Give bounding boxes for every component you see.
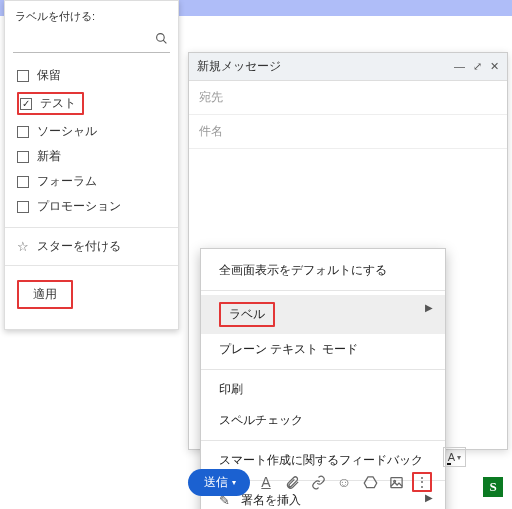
label-item-text: プロモーション — [37, 198, 121, 215]
menu-fullscreen-default[interactable]: 全画面表示をデフォルトにする — [201, 255, 445, 286]
menu-label-text: ラベル — [219, 302, 275, 327]
subject-field[interactable]: 件名 — [189, 115, 507, 149]
label-dropdown: ラベルを付ける: 保留 テスト ソーシャル 新着 フォーラム プロモーション ☆… — [4, 0, 179, 330]
image-icon[interactable] — [386, 472, 406, 492]
label-item-text: ソーシャル — [37, 123, 97, 140]
star-icon: ☆ — [17, 239, 29, 254]
formatting-icon[interactable]: A — [256, 472, 276, 492]
checkbox-icon[interactable] — [17, 176, 29, 188]
close-icon[interactable]: ✕ — [490, 60, 499, 73]
label-search[interactable] — [13, 30, 170, 53]
search-icon — [155, 32, 168, 48]
svg-point-0 — [157, 34, 165, 42]
compose-header: 新規メッセージ — ⤢ ✕ — [189, 53, 507, 81]
svg-rect-2 — [390, 477, 401, 487]
attach-icon[interactable] — [282, 472, 302, 492]
label-item-forums[interactable]: フォーラム — [5, 169, 178, 194]
label-item-text: テスト — [40, 95, 76, 112]
menu-label[interactable]: ラベル ▶ — [201, 295, 445, 334]
to-field[interactable]: 宛先 — [189, 81, 507, 115]
drive-icon[interactable] — [360, 472, 380, 492]
label-item-test[interactable]: テスト — [5, 88, 178, 119]
minimize-icon[interactable]: — — [454, 60, 465, 73]
chevron-down-icon: ▾ — [232, 478, 236, 487]
label-item-pending[interactable]: 保留 — [5, 63, 178, 88]
label-list: 保留 テスト ソーシャル 新着 フォーラム プロモーション — [5, 59, 178, 223]
chevron-down-icon: ▾ — [457, 453, 461, 462]
label-item-text: 新着 — [37, 148, 61, 165]
menu-spellcheck[interactable]: スペルチェック — [201, 405, 445, 436]
more-options-button[interactable]: ⋮ — [412, 472, 432, 492]
expand-icon[interactable]: ⤢ — [473, 60, 482, 73]
checkbox-icon[interactable] — [17, 151, 29, 163]
label-item-new[interactable]: 新着 — [5, 144, 178, 169]
font-a-label: A — [448, 451, 455, 463]
checkbox-icon[interactable] — [17, 70, 29, 82]
checkbox-checked-icon[interactable] — [20, 98, 32, 110]
font-color-dropdown[interactable]: A ▾ — [443, 447, 466, 467]
add-star[interactable]: ☆ スターを付ける — [5, 232, 178, 261]
label-search-input[interactable] — [13, 30, 170, 53]
extension-badge[interactable]: S — [483, 477, 503, 497]
label-item-social[interactable]: ソーシャル — [5, 119, 178, 144]
label-item-text: フォーラム — [37, 173, 97, 190]
label-item-promotions[interactable]: プロモーション — [5, 194, 178, 219]
emoji-icon[interactable]: ☺ — [334, 472, 354, 492]
svg-line-1 — [163, 40, 166, 43]
link-icon[interactable] — [308, 472, 328, 492]
compose-toolbar: 送信 ▾ A ☺ ⋮ — [188, 467, 508, 497]
send-label: 送信 — [204, 474, 228, 491]
add-star-label: スターを付ける — [37, 238, 121, 255]
compose-title: 新規メッセージ — [197, 58, 281, 75]
submenu-arrow-icon: ▶ — [425, 302, 433, 313]
label-item-text: 保留 — [37, 67, 61, 84]
checkbox-icon[interactable] — [17, 201, 29, 213]
menu-plaintext[interactable]: プレーン テキスト モード — [201, 334, 445, 365]
checkbox-icon[interactable] — [17, 126, 29, 138]
apply-button[interactable]: 適用 — [17, 280, 73, 309]
menu-print[interactable]: 印刷 — [201, 374, 445, 405]
send-button[interactable]: 送信 ▾ — [188, 469, 250, 496]
label-dropdown-title: ラベルを付ける: — [5, 7, 178, 28]
